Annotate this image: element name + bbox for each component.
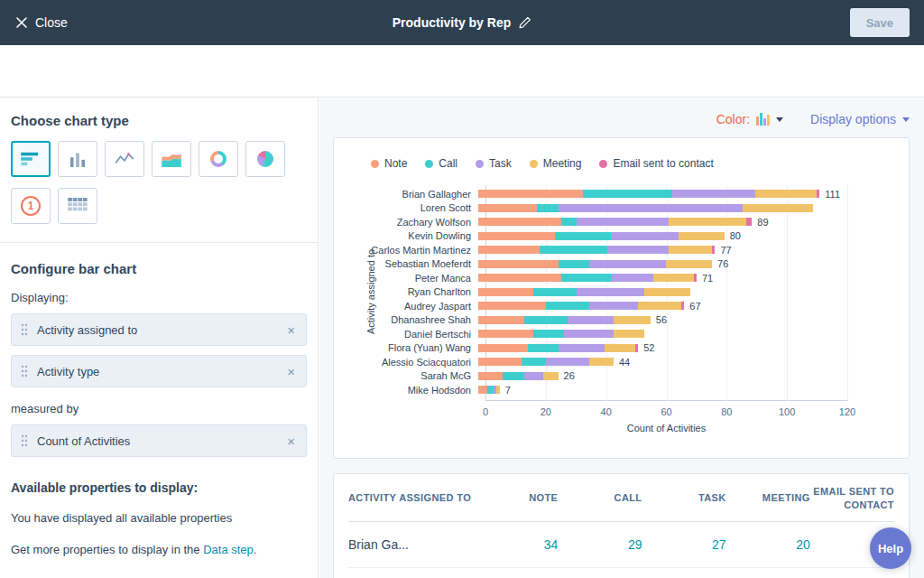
bar-segment[interactable] <box>546 358 589 366</box>
bar-segment[interactable] <box>555 232 610 240</box>
bar-segment[interactable] <box>540 246 607 254</box>
table-value-link[interactable]: 23 <box>726 567 810 578</box>
bar-segment[interactable] <box>537 204 559 212</box>
save-button[interactable]: Save <box>850 8 910 37</box>
legend-item[interactable]: Email sent to contact <box>599 157 713 170</box>
chart-type-line[interactable] <box>105 141 144 177</box>
bar-segment[interactable] <box>487 386 494 394</box>
bar-segment[interactable] <box>478 358 522 366</box>
display-options-dropdown[interactable]: Display options <box>810 112 910 126</box>
chip-activity-assigned-to[interactable]: Activity assigned to × <box>11 313 307 346</box>
table-value-link[interactable]: 60 <box>642 567 725 578</box>
legend-item[interactable]: Meeting <box>530 157 582 170</box>
bar-segment[interactable] <box>478 232 555 240</box>
bar-segment[interactable] <box>672 190 755 198</box>
table-value-link[interactable]: 34 <box>474 521 558 567</box>
bar-segment[interactable] <box>478 260 559 268</box>
chart-type-pie[interactable] <box>245 141 285 177</box>
bar-segment[interactable] <box>583 190 672 198</box>
column-header[interactable]: EMAIL SENT TO CONTACT <box>810 474 894 521</box>
drag-handle-icon[interactable] <box>21 323 28 336</box>
chart-type-table[interactable] <box>58 188 97 224</box>
table-value-link[interactable]: 27 <box>642 521 725 567</box>
legend-item[interactable]: Task <box>476 157 512 170</box>
close-button[interactable]: Close <box>16 15 68 30</box>
bar-segment[interactable] <box>746 218 753 226</box>
bar-segment[interactable] <box>522 358 546 366</box>
bar-segment[interactable] <box>614 316 651 324</box>
bar-segment[interactable] <box>817 190 819 198</box>
bar-segment[interactable] <box>543 372 559 380</box>
bar-segment[interactable] <box>546 302 589 310</box>
bar-segment[interactable] <box>638 302 681 310</box>
drag-handle-icon[interactable] <box>21 365 28 378</box>
bar-segment[interactable] <box>589 302 639 310</box>
data-step-link[interactable]: Data step <box>203 543 254 556</box>
remove-chip-icon[interactable]: × <box>287 365 295 378</box>
legend-item[interactable]: Call <box>425 157 457 170</box>
bar-segment[interactable] <box>561 274 611 282</box>
bar-segment[interactable] <box>666 260 712 268</box>
bar-segment[interactable] <box>528 344 559 352</box>
table-value-link[interactable]: 19 <box>474 567 558 578</box>
bar-segment[interactable] <box>478 344 528 352</box>
bar-segment[interactable] <box>524 316 568 324</box>
bar-segment[interactable] <box>755 190 817 198</box>
bar-segment[interactable] <box>694 274 697 282</box>
bar-segment[interactable] <box>478 386 487 394</box>
bar-segment[interactable] <box>635 344 638 352</box>
column-header[interactable]: TASK <box>642 474 725 521</box>
edit-pencil-icon[interactable] <box>519 16 531 29</box>
bar-segment[interactable] <box>712 246 715 254</box>
bar-segment[interactable] <box>478 288 533 296</box>
bar-segment[interactable] <box>577 218 669 226</box>
bar-segment[interactable] <box>614 330 644 338</box>
chart-type-area[interactable] <box>152 141 191 177</box>
bar-segment[interactable] <box>478 316 524 324</box>
column-header[interactable]: ACTIVITY ASSIGNED TO <box>348 474 474 521</box>
bar-segment[interactable] <box>681 302 684 310</box>
bar-segment[interactable] <box>679 232 725 240</box>
bar-segment[interactable] <box>478 204 537 212</box>
column-header[interactable]: MEETING <box>726 474 810 521</box>
table-value-link[interactable]: 7 <box>558 567 642 578</box>
remove-chip-icon[interactable]: × <box>287 323 295 337</box>
table-value-link[interactable]: 29 <box>558 521 642 567</box>
legend-item[interactable]: Note <box>371 157 407 170</box>
drag-handle-icon[interactable] <box>21 434 28 447</box>
bar-segment[interactable] <box>478 302 546 310</box>
help-button[interactable]: Help <box>870 527 911 569</box>
bar-segment[interactable] <box>653 274 693 282</box>
column-header[interactable]: NOTE <box>474 474 558 521</box>
chart-type-summary[interactable]: 1 <box>11 188 51 224</box>
bar-segment[interactable] <box>669 218 745 226</box>
bar-segment[interactable] <box>559 260 589 268</box>
bar-segment[interactable] <box>533 288 577 296</box>
chip-count-of-activities[interactable]: Count of Activities × <box>11 424 307 457</box>
table-value-link[interactable]: 20 <box>726 521 810 567</box>
bar-segment[interactable] <box>524 372 542 380</box>
bar-segment[interactable] <box>605 344 635 352</box>
bar-segment[interactable] <box>644 288 690 296</box>
bar-segment[interactable] <box>589 260 666 268</box>
bar-segment[interactable] <box>611 232 679 240</box>
chip-activity-type[interactable]: Activity type × <box>11 355 307 387</box>
bar-segment[interactable] <box>669 246 712 254</box>
bar-segment[interactable] <box>478 274 561 282</box>
bar-segment[interactable] <box>478 246 540 254</box>
bar-segment[interactable] <box>743 204 813 212</box>
bar-segment[interactable] <box>478 218 561 226</box>
bar-segment[interactable] <box>478 330 533 338</box>
chart-type-vertical-bar[interactable] <box>58 141 97 177</box>
bar-segment[interactable] <box>559 204 744 212</box>
bar-segment[interactable] <box>589 358 614 366</box>
bar-segment[interactable] <box>496 386 499 394</box>
bar-segment[interactable] <box>561 218 577 226</box>
column-header[interactable]: CALL <box>558 474 642 521</box>
remove-chip-icon[interactable]: × <box>287 434 295 448</box>
chart-type-horizontal-bar[interactable] <box>11 141 51 177</box>
bar-segment[interactable] <box>611 274 654 282</box>
bar-segment[interactable] <box>577 288 644 296</box>
bar-segment[interactable] <box>533 330 564 338</box>
bar-segment[interactable] <box>478 190 583 198</box>
